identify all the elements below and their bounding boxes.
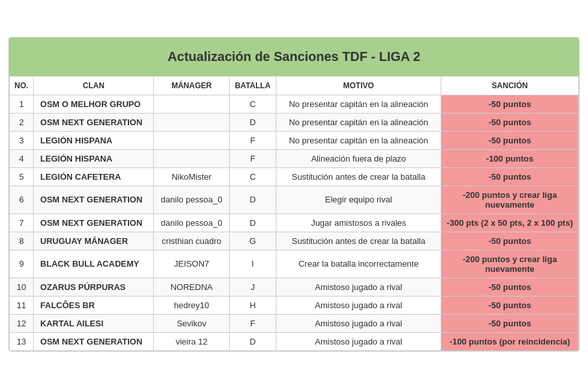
cell-batalla: C (229, 95, 276, 113)
main-container: Actualización de Sanciones TDF - LIGA 2 … (8, 37, 580, 352)
cell-batalla: D (229, 332, 276, 350)
sanctions-table: No. CLAN MÁNAGER BATALLA MOTIVO SANCIÓN … (9, 76, 579, 351)
cell-no: 1 (10, 95, 34, 113)
cell-motivo: Amistoso jugado a rival (276, 278, 441, 296)
table-row: 3LEGIÓN HISPANAFNo presentar capitán en … (10, 131, 579, 149)
table-row: 11FALCÕES BRhedrey10HAmistoso jugado a r… (10, 296, 579, 314)
cell-no: 11 (10, 296, 34, 314)
cell-no: 7 (10, 213, 34, 232)
cell-manager: Sevikov (154, 314, 230, 332)
cell-sancion: -50 puntos (441, 314, 579, 332)
cell-sancion: -50 puntos (441, 296, 579, 314)
cell-sancion: -50 puntos (441, 95, 579, 113)
cell-clan: OSM NEXT GENERATION (34, 332, 154, 350)
table-row: 10OZARUS PÚRPURASNOREDNAJAmistoso jugado… (10, 278, 579, 296)
cell-batalla: C (229, 167, 276, 186)
col-header-manager: MÁNAGER (154, 76, 230, 95)
col-header-sancion: SANCIÓN (441, 76, 579, 95)
table-row: 2OSM NEXT GENERATIONDNo presentar capitá… (10, 113, 579, 131)
cell-no: 9 (10, 250, 34, 278)
header: Actualización de Sanciones TDF - LIGA 2 (9, 38, 579, 76)
cell-manager: danilo pessoa_0 (154, 186, 230, 213)
col-header-clan: CLAN (34, 76, 154, 95)
cell-no: 8 (10, 232, 34, 250)
cell-motivo: Elegir equipo rival (276, 186, 441, 213)
cell-clan: URUGUAY MÁNAGER (34, 232, 154, 250)
cell-clan: LEGIÓN HISPANA (34, 149, 154, 167)
cell-sancion: -200 puntos y crear liga nuevamente (441, 186, 579, 213)
table-row: 13OSM NEXT GENERATIONvieira 12DAmistoso … (10, 332, 579, 350)
cell-batalla: J (229, 278, 276, 296)
cell-sancion: -50 puntos (441, 131, 579, 149)
cell-no: 6 (10, 186, 34, 213)
table-row: 9BLACK BULL ACADEMYJEISON7ICrear la bata… (10, 250, 579, 278)
cell-motivo: Sustitución antes de crear la batalla (276, 232, 441, 250)
cell-manager: vieira 12 (154, 332, 230, 350)
col-header-batalla: BATALLA (229, 76, 276, 95)
cell-motivo: Jugar amistosos a rivales (276, 213, 441, 232)
table-row: 5LEGIÓN CAFETERANikoMisterCSustitución a… (10, 167, 579, 186)
cell-sancion: -100 puntos (441, 149, 579, 167)
cell-manager (154, 131, 230, 149)
cell-clan: OSM NEXT GENERATION (34, 213, 154, 232)
cell-batalla: H (229, 296, 276, 314)
cell-sancion: -300 pts (2 x 50 pts, 2 x 100 pts) (441, 213, 579, 232)
cell-batalla: D (229, 186, 276, 213)
cell-no: 13 (10, 332, 34, 350)
cell-manager: NikoMister (154, 167, 230, 186)
cell-manager: JEISON7 (154, 250, 230, 278)
cell-manager: hedrey10 (154, 296, 230, 314)
cell-no: 2 (10, 113, 34, 131)
cell-clan: OSM O MELHOR GRUPO (34, 95, 154, 113)
cell-motivo: No presentar capitán en la alineación (276, 113, 441, 131)
table-row: 12KARTAL AILESISevikovFAmistoso jugado a… (10, 314, 579, 332)
table-row: 7OSM NEXT GENERATIONdanilo pessoa_0DJuga… (10, 213, 579, 232)
cell-no: 4 (10, 149, 34, 167)
cell-batalla: D (229, 113, 276, 131)
cell-clan: KARTAL AILESI (34, 314, 154, 332)
cell-batalla: D (229, 213, 276, 232)
table-row: 8URUGUAY MÁNAGERcristhian cuadroGSustitu… (10, 232, 579, 250)
cell-sancion: -100 puntos (por reincidencia) (441, 332, 579, 350)
table-header-row: No. CLAN MÁNAGER BATALLA MOTIVO SANCIÓN (10, 76, 579, 95)
cell-motivo: No presentar capitán en la alineación (276, 131, 441, 149)
cell-manager (154, 113, 230, 131)
cell-clan: FALCÕES BR (34, 296, 154, 314)
cell-clan: OZARUS PÚRPURAS (34, 278, 154, 296)
table-row: 6OSM NEXT GENERATIONdanilo pessoa_0DEleg… (10, 186, 579, 213)
table-row: 4LEGIÓN HISPANAFAlineación fuera de plaz… (10, 149, 579, 167)
col-header-motivo: MOTIVO (276, 76, 441, 95)
cell-no: 10 (10, 278, 34, 296)
cell-batalla: F (229, 131, 276, 149)
cell-manager (154, 149, 230, 167)
cell-no: 3 (10, 131, 34, 149)
cell-sancion: -200 puntos y crear liga nuevamente (441, 250, 579, 278)
cell-manager: NOREDNA (154, 278, 230, 296)
cell-clan: BLACK BULL ACADEMY (34, 250, 154, 278)
cell-sancion: -50 puntos (441, 278, 579, 296)
cell-no: 5 (10, 167, 34, 186)
cell-clan: OSM NEXT GENERATION (34, 186, 154, 213)
cell-batalla: F (229, 149, 276, 167)
cell-motivo: Amistoso jugado a rival (276, 314, 441, 332)
cell-motivo: Crear la batalla incorrectamente (276, 250, 441, 278)
cell-clan: LEGIÓN CAFETERA (34, 167, 154, 186)
cell-manager (154, 95, 230, 113)
cell-sancion: -50 puntos (441, 232, 579, 250)
cell-batalla: F (229, 314, 276, 332)
col-header-no: No. (10, 76, 34, 95)
cell-manager: cristhian cuadro (154, 232, 230, 250)
table-row: 1OSM O MELHOR GRUPOCNo presentar capitán… (10, 95, 579, 113)
cell-clan: OSM NEXT GENERATION (34, 113, 154, 131)
cell-clan: LEGIÓN HISPANA (34, 131, 154, 149)
table-body: 1OSM O MELHOR GRUPOCNo presentar capitán… (10, 95, 579, 350)
cell-motivo: Amistoso jugado a rival (276, 296, 441, 314)
cell-batalla: G (229, 232, 276, 250)
cell-sancion: -50 puntos (441, 167, 579, 186)
cell-motivo: Alineación fuera de plazo (276, 149, 441, 167)
cell-motivo: Amistoso jugado a rival (276, 332, 441, 350)
cell-motivo: Sustitución antes de crear la batalla (276, 167, 441, 186)
cell-manager: danilo pessoa_0 (154, 213, 230, 232)
cell-batalla: I (229, 250, 276, 278)
cell-no: 12 (10, 314, 34, 332)
